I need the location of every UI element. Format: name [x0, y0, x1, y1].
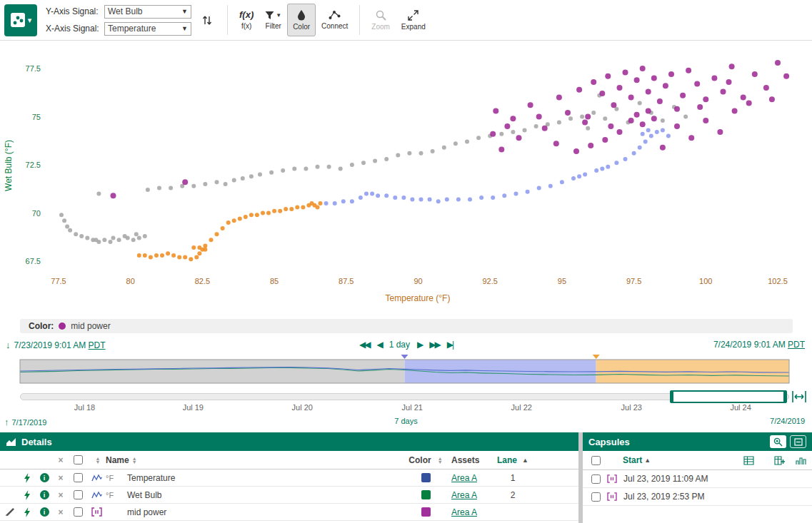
remove-item-icon[interactable]: ×: [53, 487, 69, 503]
scatter-plot[interactable]: 77.58082.58587.59092.59597.5100102.567.5…: [0, 41, 812, 318]
uom-label: °F: [106, 487, 127, 503]
capsule-icon: [607, 474, 617, 483]
color-swatch[interactable]: [421, 473, 431, 482]
row-checkbox[interactable]: [74, 490, 83, 499]
remove-item-icon[interactable]: ×: [53, 504, 69, 520]
step-size-label[interactable]: 1 day: [389, 340, 410, 350]
svg-text:Wet Bulb (°F): Wet Bulb (°F): [4, 140, 14, 191]
magnifier-plus-icon: [773, 437, 783, 447]
autoupdate-bolt-icon[interactable]: [19, 469, 36, 486]
legend-series-name: mid power: [71, 321, 110, 331]
details-row-temperature[interactable]: i × °F Temperature Area A 1: [0, 469, 578, 487]
row-checkbox[interactable]: [74, 507, 83, 517]
connect-dots-icon: [329, 10, 341, 20]
zoom-to-capsule-button[interactable]: [770, 435, 786, 448]
lane-column-header[interactable]: Lane: [497, 455, 517, 465]
add-stat-column-icon[interactable]: [796, 456, 806, 465]
fast-forward-button[interactable]: ▶▶: [429, 340, 439, 350]
expand-tool-button[interactable]: Expand: [396, 4, 431, 36]
select-all-checkbox[interactable]: [74, 455, 83, 464]
signal-icon: [87, 487, 106, 503]
color-tool-button[interactable]: Color: [287, 4, 316, 36]
range-end-link[interactable]: 7/24/2019 9:01 AM PDT: [713, 340, 805, 350]
remove-item-icon[interactable]: ×: [53, 469, 69, 486]
sort-by-name-icon[interactable]: ▲▼: [132, 457, 137, 464]
date-axis-label: Jul 18: [74, 403, 95, 412]
plot-type-button[interactable]: ▾: [4, 4, 37, 36]
range-duration[interactable]: 7 days: [0, 417, 812, 425]
fast-back-button[interactable]: ◀◀: [359, 340, 369, 350]
toolbar-separator: [359, 5, 360, 35]
collapse-panel-button[interactable]: [790, 435, 806, 448]
color-swatch[interactable]: [421, 490, 431, 499]
legend-series-dot: [59, 323, 66, 330]
x-axis-signal-label: X-Axis Signal:: [46, 24, 104, 34]
svg-text:82.5: 82.5: [195, 277, 210, 285]
connect-tool-button[interactable]: Connect: [316, 4, 354, 36]
trend-preview-strip[interactable]: [0, 355, 812, 386]
add-property-column-icon[interactable]: [774, 456, 785, 465]
capsule-row[interactable]: Jul 23, 2019 2:53 PM: [583, 488, 812, 506]
area-chart-icon: [6, 437, 16, 447]
svg-text:77.5: 77.5: [26, 64, 41, 73]
step-back-button[interactable]: ◀: [376, 340, 381, 350]
svg-text:80: 80: [126, 277, 135, 285]
step-forward-button[interactable]: ▶: [417, 340, 422, 350]
capsule-row[interactable]: Jul 23, 2019 11:09 AM: [583, 470, 812, 488]
date-axis-label: Jul 20: [292, 403, 313, 412]
condition-capsule-icon: [87, 504, 106, 520]
capsules-column-header: Start ▲: [583, 451, 812, 470]
item-info-icon[interactable]: i: [36, 469, 53, 486]
item-info-icon[interactable]: i: [36, 487, 53, 503]
color-swatch-cell[interactable]: [400, 469, 451, 486]
autoupdate-bolt-icon[interactable]: [19, 487, 36, 503]
svg-text:85: 85: [270, 277, 279, 285]
capsule-time-icon[interactable]: [791, 390, 808, 404]
asset-link[interactable]: Area A: [451, 507, 477, 517]
svg-text:90: 90: [413, 277, 422, 285]
toolbar-separator: [227, 5, 228, 35]
details-row-wet-bulb[interactable]: i × °F Wet Bulb Area A 2: [0, 487, 578, 504]
capsule-start-value: Jul 23, 2019 2:53 PM: [623, 492, 704, 502]
capsule-start-value: Jul 23, 2019 11:09 AM: [623, 474, 708, 484]
autoupdate-bolt-icon[interactable]: [19, 504, 36, 520]
edit-pencil-icon[interactable]: [0, 504, 19, 520]
fx-tool-button[interactable]: f(x) f(x): [234, 4, 259, 36]
investigate-end-date[interactable]: 7/24/2019: [770, 417, 805, 425]
capsule-checkbox[interactable]: [591, 492, 601, 502]
svg-text:92.5: 92.5: [482, 277, 497, 285]
assets-column-header[interactable]: Assets: [451, 455, 479, 465]
display-range-handle[interactable]: [670, 390, 787, 403]
sort-by-color-icon[interactable]: ▲▼: [438, 457, 443, 464]
color-swatch-cell[interactable]: [400, 487, 451, 503]
select-all-capsules-checkbox[interactable]: [591, 456, 601, 465]
svg-text:87.5: 87.5: [339, 277, 354, 285]
step-to-end-button[interactable]: ▶|: [447, 340, 453, 350]
date-axis-label: Jul 24: [730, 403, 751, 412]
capsule-checkbox[interactable]: [591, 474, 601, 484]
color-column-header[interactable]: Color: [408, 455, 431, 465]
sort-by-type-icon[interactable]: ▲▼: [96, 457, 101, 464]
investigate-range-row: ↑ 7/17/2019 7 days 7/24/2019: [0, 417, 812, 430]
name-column-header[interactable]: Name: [106, 455, 129, 465]
swap-axes-button[interactable]: [199, 9, 216, 31]
details-row-mid-power[interactable]: i × mid power Area A: [0, 504, 578, 521]
filter-tool-button[interactable]: ▼ Filter: [259, 4, 287, 36]
capsules-panel-header: Capsules: [583, 432, 812, 451]
x-axis-signal-select[interactable]: Temperature▼: [104, 22, 191, 36]
y-axis-signal-select[interactable]: Wet Bulb▼: [104, 5, 191, 19]
capsules-panel: Capsules: [583, 432, 812, 523]
table-view-icon[interactable]: [743, 456, 754, 465]
caret-down-icon: ▼: [276, 12, 281, 19]
row-checkbox[interactable]: [74, 473, 83, 482]
asset-link[interactable]: Area A: [451, 490, 477, 500]
y-axis-signal-label: Y-Axis Signal:: [46, 6, 104, 16]
item-info-icon[interactable]: i: [36, 504, 53, 520]
start-column-header[interactable]: Start: [623, 455, 642, 465]
color-swatch[interactable]: [421, 507, 431, 517]
asset-link[interactable]: Area A: [451, 473, 477, 483]
color-swatch-cell[interactable]: [400, 504, 451, 520]
chevron-down-icon: ▾: [28, 16, 32, 24]
remove-all-icon[interactable]: ×: [53, 451, 69, 469]
details-panel-header: Details: [0, 432, 578, 451]
